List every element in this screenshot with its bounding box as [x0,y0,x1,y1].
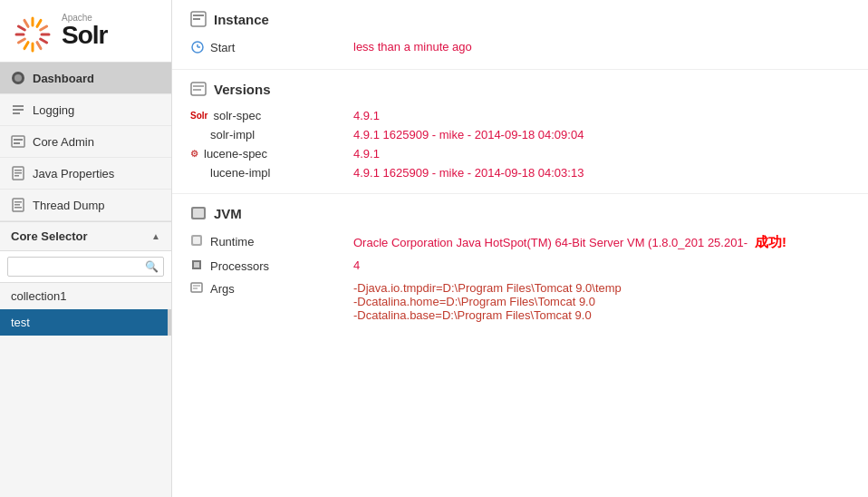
svg-line-11 [24,20,28,26]
svg-rect-21 [14,170,22,171]
nav-dashboard[interactable]: Dashboard [0,63,171,94]
instance-start-label: Start [190,40,353,54]
svg-rect-25 [14,201,22,203]
nav-core-admin[interactable]: Core Admin [0,126,171,158]
core-selector-header[interactable]: Core Selector ▲ [0,221,171,251]
svg-rect-42 [194,262,199,268]
svg-line-2 [41,26,47,30]
jvm-processors-value: 4 [353,258,360,272]
svg-line-4 [41,39,47,43]
solr-logo-icon [11,9,54,53]
versions-title: Versions [190,81,850,97]
versions-section: Versions Solr solr-spec 4.9.1 solr-impl … [172,70,868,194]
core-list-item-collection1[interactable]: collection1 [0,283,171,309]
svg-rect-16 [13,112,20,114]
lucene-spec-icon: ⚙ [190,149,198,159]
ver-value-lucene-spec: 4.9.1 [353,147,380,161]
jvm-args-label: Args [190,281,353,297]
jvm-title: JVM [190,205,850,221]
core-selector-arrow-icon: ▲ [151,231,160,241]
java-properties-icon [11,166,25,180]
versions-icon [190,81,207,97]
logo-solr-text: Solr [62,23,107,48]
svg-rect-26 [14,204,20,206]
jvm-title-text: JVM [214,206,242,221]
core-list-item-test-label: test [11,316,30,329]
ver-label-solr-spec: Solr solr-spec [190,109,353,122]
jvm-arg-2: -Dcatalina.home=D:\Program Files\Tomcat … [353,295,622,308]
dashboard-icon [11,71,25,85]
versions-title-text: Versions [214,82,271,97]
ver-label-lucene-spec: ⚙ lucene-spec [190,147,353,161]
jvm-runtime-value-wrapper: Oracle Corporation Java HotSpot(TM) 64-B… [353,234,786,251]
instance-section: Instance Start less than a minute ago [172,0,868,70]
instance-title-text: Instance [214,12,269,27]
ver-value-lucene-impl: 4.9.1 1625909 - mike - 2014-09-18 04:03:… [353,166,583,180]
logging-icon [11,102,25,117]
svg-rect-18 [14,139,23,141]
nav-java-properties[interactable]: Java Properties [0,158,171,190]
svg-rect-23 [14,175,19,177]
svg-line-8 [18,39,24,43]
svg-rect-14 [13,105,24,107]
jvm-arg-3: -Dcatalina.base=D:\Program Files\Tomcat … [353,308,622,322]
solr-spec-icon: Solr [190,111,207,121]
nav-thread-dump[interactable]: Thread Dump [0,190,171,221]
core-list-item-test[interactable]: test [0,309,171,336]
svg-rect-29 [193,15,204,16]
sidebar: Apache Solr Dashboard Logging Core Admin… [0,0,172,497]
jvm-runtime-label: Runtime [190,234,353,249]
core-search-wrapper: 🔍 [7,257,164,277]
nav-logging-label: Logging [33,103,74,117]
nav-logging[interactable]: Logging [0,94,171,126]
svg-line-7 [24,43,28,49]
ver-label-solr-impl: solr-impl [190,128,353,141]
jvm-icon [190,205,207,221]
ver-row-lucene-impl: lucene-impl 4.9.1 1625909 - mike - 2014-… [190,163,850,182]
selected-row-wrapper: test [0,309,171,336]
logo-text: Apache Solr [62,14,107,48]
logo-area: Apache Solr [0,0,171,63]
instance-start-row: Start less than a minute ago [190,36,850,58]
svg-line-10 [18,26,24,30]
svg-line-1 [37,20,41,26]
svg-rect-15 [13,109,24,111]
jvm-args-row: Args -Djava.io.tmpdir=D:\Program Files\T… [190,278,850,326]
core-search-input[interactable] [7,257,164,277]
versions-table: Solr solr-spec 4.9.1 solr-impl 4.9.1 162… [190,106,850,182]
core-selector-label: Core Selector [11,229,88,243]
jvm-runtime-value: Oracle Corporation Java HotSpot(TM) 64-B… [353,236,747,249]
nav-java-properties-label: Java Properties [33,167,114,180]
nav-core-admin-label: Core Admin [33,135,94,149]
start-value: less than a minute ago [353,40,472,54]
ver-value-solr-spec: 4.9.1 [353,109,380,122]
svg-rect-19 [14,142,20,144]
thread-dump-icon [11,198,25,212]
svg-rect-43 [191,283,202,292]
jvm-processors-icon [190,258,205,274]
ver-value-solr-impl: 4.9.1 1625909 - mike - 2014-09-18 04:09:… [353,128,583,141]
core-search-box: 🔍 [0,251,171,283]
jvm-runtime-row: Runtime Oracle Corporation Java HotSpot(… [190,230,850,255]
svg-rect-22 [14,172,22,174]
svg-rect-30 [193,18,200,20]
core-search-icon: 🔍 [145,260,159,273]
instance-title: Instance [190,11,850,27]
ver-row-solr-impl: solr-impl 4.9.1 1625909 - mike - 2014-09… [190,125,850,144]
svg-rect-40 [193,237,200,244]
svg-point-13 [14,74,22,82]
jvm-arg-1: -Djava.io.tmpdir=D:\Program Files\Tomcat… [353,281,622,295]
nav-thread-dump-label: Thread Dump [33,199,104,212]
jvm-processors-label: Processors [190,258,353,274]
start-label-text: Start [210,41,235,54]
core-admin-icon [11,134,25,149]
instance-icon [190,11,207,27]
jvm-args-values: -Djava.io.tmpdir=D:\Program Files\Tomcat… [353,281,622,322]
jvm-args-icon [190,281,205,297]
nav-dashboard-label: Dashboard [33,72,94,85]
svg-line-5 [37,43,41,49]
ver-row-lucene-spec: ⚙ lucene-spec 4.9.1 [190,144,850,163]
core-list-item-collection1-label: collection1 [11,289,66,303]
svg-rect-27 [14,207,22,209]
svg-rect-38 [193,209,204,218]
